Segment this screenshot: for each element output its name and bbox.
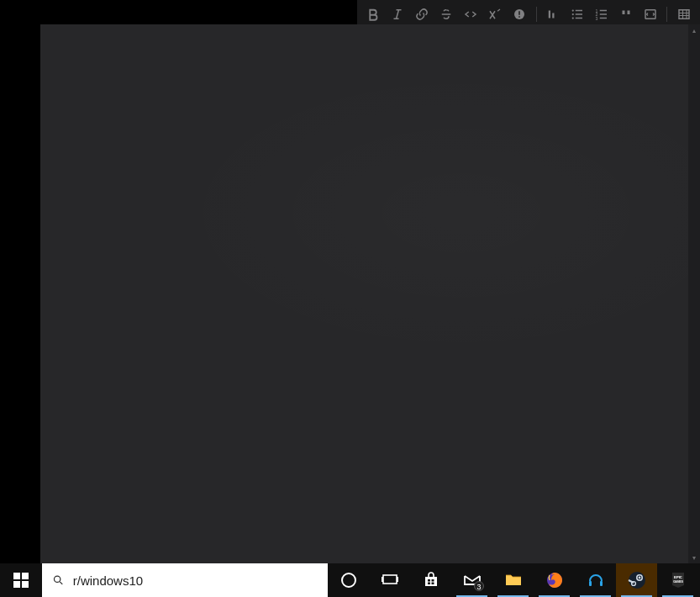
svg-rect-2 [518, 16, 520, 18]
firefox-button[interactable] [534, 563, 575, 597]
task-view-button[interactable] [369, 563, 410, 597]
taskbar: 3 [0, 563, 700, 597]
folder-icon [503, 570, 524, 590]
svg-rect-18 [428, 583, 430, 585]
svg-rect-1 [518, 11, 520, 15]
taskbar-search[interactable] [42, 563, 328, 597]
microsoft-store-button[interactable] [410, 563, 451, 597]
svg-rect-16 [428, 579, 430, 582]
svg-rect-19 [431, 583, 434, 585]
bold-button[interactable] [364, 4, 383, 24]
svg-rect-14 [382, 577, 383, 582]
search-input[interactable] [73, 573, 318, 588]
mail-badge: 3 [474, 581, 484, 591]
strikethrough-button[interactable] [437, 4, 456, 24]
svg-rect-21 [589, 581, 592, 586]
code-block-button[interactable] [640, 4, 660, 24]
italic-button[interactable] [388, 4, 408, 24]
superscript-button[interactable] [486, 4, 505, 24]
file-explorer-button[interactable] [492, 563, 534, 597]
content-panel [40, 24, 688, 563]
teamspeak-button[interactable] [575, 563, 616, 597]
link-button[interactable] [413, 4, 432, 24]
numbered-list-button[interactable]: 123 [592, 4, 611, 24]
steam-icon [627, 570, 647, 590]
svg-text:3: 3 [595, 16, 597, 21]
toolbar-separator [666, 7, 667, 22]
svg-point-4 [572, 13, 574, 15]
headset-icon [586, 570, 606, 590]
scroll-down-button[interactable]: ▾ [688, 552, 700, 563]
task-view-icon [380, 570, 400, 590]
svg-rect-17 [431, 579, 434, 582]
toolbar-separator [536, 7, 537, 22]
cortana-icon [339, 570, 359, 590]
svg-rect-13 [383, 575, 397, 584]
svg-rect-10 [679, 10, 689, 19]
scrollbar-track[interactable] [688, 24, 700, 563]
svg-point-5 [572, 17, 574, 18]
svg-text:EPIC: EPIC [674, 575, 682, 579]
bulleted-list-button[interactable] [567, 4, 587, 24]
store-icon [421, 570, 441, 590]
steam-button[interactable] [616, 563, 657, 597]
scroll-up-button[interactable]: ▴ [688, 24, 700, 36]
search-icon [52, 573, 65, 587]
svg-point-23 [629, 572, 645, 589]
svg-rect-22 [600, 581, 603, 586]
table-button[interactable] [674, 4, 693, 24]
svg-point-3 [572, 9, 574, 11]
inline-code-button[interactable] [461, 4, 481, 24]
svg-rect-15 [397, 577, 398, 582]
firefox-icon [545, 570, 565, 590]
svg-text:GAMES: GAMES [673, 580, 683, 584]
cortana-button[interactable] [328, 563, 369, 597]
mail-button[interactable]: 3 [451, 563, 492, 597]
heading-button[interactable] [544, 4, 563, 24]
start-button[interactable] [0, 563, 42, 597]
epic-games-icon: EPIC GAMES [668, 570, 688, 590]
quote-button[interactable] [616, 4, 635, 24]
windows-logo-icon [13, 573, 29, 588]
svg-point-11 [54, 576, 60, 582]
svg-point-25 [638, 577, 640, 579]
svg-point-12 [342, 573, 355, 587]
spoiler-button[interactable] [510, 4, 529, 24]
epic-games-button[interactable]: EPIC GAMES [657, 563, 698, 597]
